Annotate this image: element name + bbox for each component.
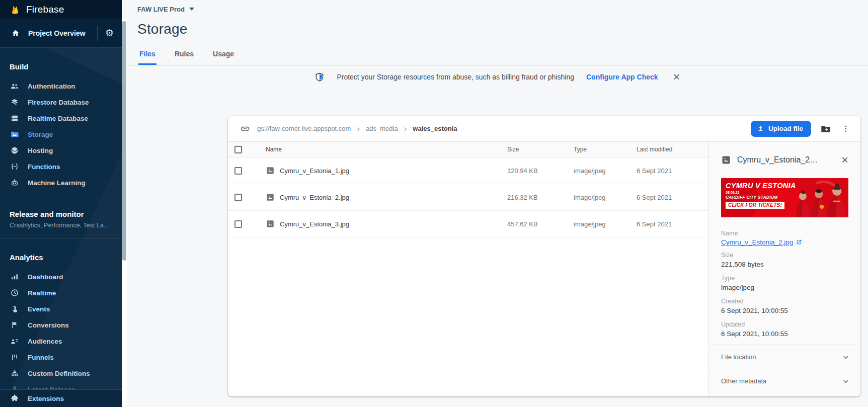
firestore-icon [10, 97, 20, 107]
image-file-icon [266, 219, 275, 228]
section-title: Release and monitor [0, 209, 122, 219]
file-size: 457.62 KB [507, 220, 574, 228]
file-modified: 6 Sept 2021 [637, 194, 708, 201]
expander-other-metadata[interactable]: Other metadata [709, 369, 860, 393]
breadcrumb-folder[interactable]: ads_media [366, 125, 398, 132]
shapes-icon [10, 368, 20, 378]
field-size: Size 221,508 bytes [721, 251, 848, 269]
content-area: Protect your Storage resources from abus… [127, 66, 868, 407]
table-row[interactable]: Cymru_v_Estonia_3.jpg 457.62 KB image/jp… [228, 211, 708, 237]
column-header-type[interactable]: Type [574, 146, 637, 153]
sidebar-item-events[interactable]: Events [0, 301, 122, 317]
home-icon [11, 28, 21, 38]
close-icon[interactable]: × [841, 154, 848, 166]
preview-headline: CYMRU V ESTONIA [726, 182, 796, 190]
column-header-last-modified[interactable]: Last modified [637, 146, 708, 153]
firebase-console: Firebase Project Overview ⚙ Build Authen… [0, 0, 868, 407]
upload-file-button[interactable]: Upload file [751, 121, 811, 137]
sidebar-item-firestore-database[interactable]: Firestore Database [0, 94, 122, 110]
sidebar-section-analytics: Analytics Dashboard Realtime Events [0, 238, 122, 397]
close-icon[interactable]: × [673, 71, 680, 83]
file-size: 120.94 KB [507, 167, 574, 175]
section-title: Build [0, 62, 122, 72]
panel-header: Cymru_v_Estonia_2… × [721, 154, 848, 166]
section-subtitle: Crashlytics, Performance, Test La… [0, 221, 122, 230]
file-name-link[interactable]: Cymru_v_Estonia_2.jpg [721, 238, 793, 246]
file-modified: 6 Sept 2021 [637, 220, 708, 228]
file-type: image/jpeg [574, 194, 637, 201]
sidebar-item-storage[interactable]: Storage [0, 126, 122, 142]
file-modified: 6 Sept 2021 [637, 167, 708, 175]
file-size: 216.32 KB [507, 194, 574, 201]
sidebar-item-hosting[interactable]: Hosting [0, 142, 122, 158]
brand-name: Firebase [26, 4, 64, 15]
functions-icon [10, 161, 20, 172]
file-name: Cymru_v_Estonia_1.jpg [280, 167, 349, 175]
create-folder-icon[interactable] [819, 122, 832, 135]
table-row[interactable]: Cymru_v_Estonia_2.jpg 216.32 KB image/jp… [228, 184, 708, 211]
firebase-logo-icon [10, 4, 21, 15]
preview-venue: CARDIFF CITY STADIUM [726, 195, 796, 200]
column-header-name[interactable]: Name [266, 146, 507, 153]
row-checkbox[interactable] [228, 194, 266, 201]
file-name: Cymru_v_Estonia_3.jpg [280, 220, 349, 228]
field-created: Created 6 Sept 2021, 10:00:55 [721, 297, 848, 315]
file-preview-image[interactable]: CYMRU V ESTONIA 08.09.21 CARDIFF CITY ST… [721, 178, 848, 217]
card-body: Name Size Type Last modified Cym [228, 142, 860, 396]
file-type: image/jpeg [574, 167, 637, 175]
firebase-brand[interactable]: Firebase [0, 0, 122, 19]
tab-files[interactable]: Files [138, 45, 156, 65]
breadcrumb-current-folder: wales_estonia [413, 125, 457, 132]
sidebar-item-realtime-database[interactable]: Realtime Database [0, 110, 122, 126]
tab-bar: Files Rules Usage [138, 45, 235, 65]
sidebar-item-machine-learning[interactable]: Machine Learning [0, 175, 122, 191]
tab-rules[interactable]: Rules [174, 45, 195, 65]
globe-icon [10, 145, 20, 155]
chevron-right-icon: › [357, 124, 360, 133]
field-name: Name Cymru_v_Estonia_2.jpg [721, 229, 848, 246]
breadcrumb-bucket[interactable]: gs://faw-comet-live.appspot.com [257, 125, 351, 132]
sidebar-item-audiences[interactable]: Audiences [0, 333, 122, 349]
section-title: Analytics [0, 253, 122, 263]
project-selector[interactable]: FAW LIVE Prod [137, 4, 194, 14]
sidebar-item-conversions[interactable]: Conversions [0, 317, 122, 333]
main-area: FAW LIVE Prod Storage Files Rules Usage [127, 0, 868, 407]
row-checkbox[interactable] [228, 220, 266, 228]
sidebar-section-release-and-monitor[interactable]: Release and monitor Crashlytics, Perform… [0, 198, 122, 238]
funnel-bars-icon [10, 352, 20, 362]
image-file-icon [266, 193, 275, 202]
expander-file-location[interactable]: File location [709, 345, 860, 369]
robot-icon [10, 178, 20, 188]
caret-down-icon [189, 8, 194, 11]
sidebar-item-funnels[interactable]: Funnels [0, 349, 122, 365]
people-icon [10, 81, 20, 91]
image-file-icon [721, 155, 731, 165]
person-list-icon [10, 336, 20, 346]
sidebar-item-dashboard[interactable]: Dashboard [0, 269, 122, 285]
sidebar-item-custom-definitions[interactable]: Custom Definitions [0, 365, 122, 381]
image-file-icon [266, 166, 275, 175]
row-checkbox[interactable] [228, 167, 266, 175]
sidebar-item-realtime[interactable]: Realtime [0, 285, 122, 301]
sidebar-item-project-overview[interactable]: Project Overview ⚙ [0, 19, 122, 48]
column-header-size[interactable]: Size [507, 146, 574, 153]
table-row[interactable]: Cymru_v_Estonia_1.jpg 120.94 KB image/jp… [228, 157, 708, 184]
sidebar-item-authentication[interactable]: Authentication [0, 78, 122, 94]
app-check-banner: Protect your Storage resources from abus… [127, 69, 868, 85]
field-type: Type image/jpeg [721, 274, 848, 292]
sidebar-item-functions[interactable]: Functions [0, 158, 122, 175]
gear-icon[interactable]: ⚙ [105, 28, 114, 38]
divider [97, 26, 98, 41]
external-link-icon[interactable] [796, 239, 802, 246]
file-browser-card: gs://faw-comet-live.appspot.com › ads_me… [228, 116, 860, 396]
sidebar-item-extensions[interactable]: Extensions [0, 389, 122, 407]
select-all-checkbox[interactable] [228, 146, 266, 153]
preview-text-block: CYMRU V ESTONIA 08.09.21 CARDIFF CITY ST… [726, 182, 796, 209]
project-overview-label: Project Overview [28, 29, 90, 37]
more-menu-icon[interactable] [840, 123, 851, 134]
sidebar-scrollbar-thumb[interactable] [122, 21, 126, 261]
upload-icon [757, 125, 764, 132]
tab-usage[interactable]: Usage [212, 45, 235, 65]
configure-app-check-link[interactable]: Configure App Check [586, 73, 658, 81]
sidebar-scrollbar[interactable] [122, 19, 127, 407]
